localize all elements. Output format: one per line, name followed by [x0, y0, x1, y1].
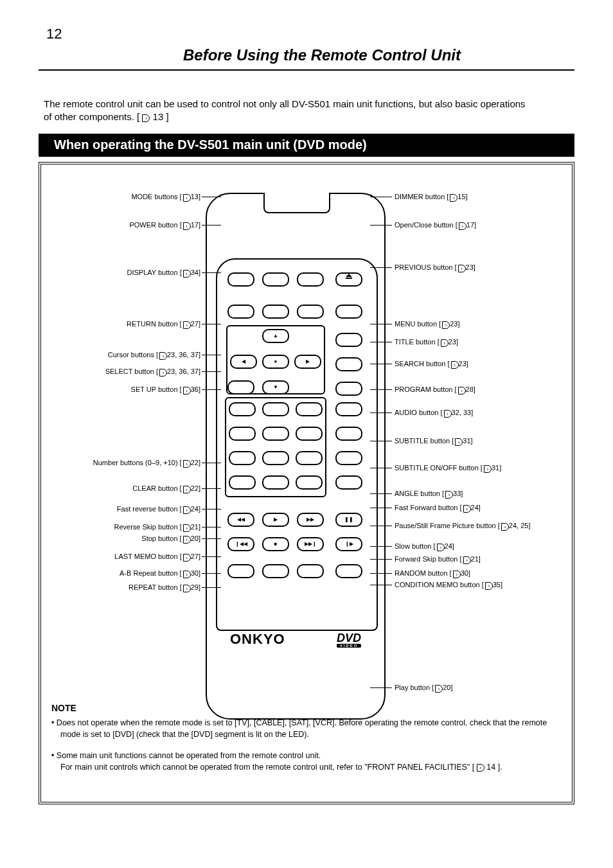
- pageref-icon: ›: [501, 523, 509, 531]
- pageref-icon: ›: [183, 270, 191, 278]
- label-pause: Pause/Still Frame Picture button [›24, 2…: [395, 522, 531, 530]
- subtitle-onoff-btn: [335, 475, 362, 490]
- intro-line1: The remote control unit can be used to c…: [44, 98, 526, 109]
- subtitle-btn: [335, 451, 362, 465]
- leader-title: [370, 342, 392, 342]
- num-5: [262, 427, 289, 441]
- fast-rev-btn: ◀◀: [227, 513, 254, 527]
- label-ffwd: Fast Forward button [›24]: [395, 504, 481, 512]
- label-lastm: LAST MEMO button [›27]: [114, 553, 200, 561]
- stop-btn: ■: [262, 537, 289, 551]
- clear-btn: [296, 475, 323, 490]
- pageref-icon: ›: [435, 685, 443, 693]
- pageref-icon: ›: [437, 544, 445, 551]
- leader-num: [202, 463, 221, 463]
- intro-line2-suffix: ]: [166, 111, 168, 122]
- leader-stop: [202, 538, 221, 539]
- num-1: [229, 402, 256, 416]
- intro-text: The remote control unit can be used to c…: [44, 98, 571, 123]
- leader-aud: [370, 412, 392, 413]
- intro-line2-prefix: of other components. [: [44, 111, 139, 122]
- mode-btn-3: [297, 272, 324, 287]
- leader-sub2: [370, 468, 392, 468]
- open-close-btn: [335, 272, 362, 287]
- pageref-icon: ›: [484, 465, 492, 473]
- leader-rev: [202, 527, 221, 527]
- note-bullet-2a: • Some main unit functions cannot be ope…: [51, 750, 558, 761]
- leader-play: [370, 687, 392, 688]
- pageref-icon: ›: [183, 460, 191, 468]
- label-aud: AUDIO button [›32, 33]: [395, 409, 473, 417]
- pageref-icon: ›: [451, 361, 459, 369]
- note-bullet-2b-page: 14: [486, 763, 495, 772]
- label-menu: MENU button [›23]: [395, 320, 459, 328]
- mode-btn-2: [262, 272, 289, 287]
- leader-disp: [202, 272, 221, 273]
- cursor-select: ●: [262, 355, 289, 369]
- eject-icon: [346, 274, 352, 279]
- label-prog: PROGRAM button [›28]: [395, 385, 475, 394]
- pageref-icon: ›: [183, 321, 191, 329]
- label-open: Open/Close button [›17]: [395, 221, 476, 229]
- title-btn: [335, 357, 362, 371]
- leader-sel: [202, 371, 221, 372]
- note-bullet-2b: For main unit controls which cannot be o…: [60, 763, 474, 772]
- leader-ab: [202, 573, 221, 574]
- svg-marker-0: [346, 274, 352, 277]
- play-btn: ▶: [262, 513, 289, 527]
- leader-fskip: [370, 559, 392, 560]
- pageref-icon: ›: [183, 571, 191, 578]
- pageref-icon: ›: [142, 114, 150, 122]
- header-rule: [39, 69, 574, 71]
- pageref-icon: ›: [450, 194, 458, 202]
- leader-mode: [202, 197, 221, 197]
- mode-btn-1: [227, 272, 254, 287]
- leader-power: [202, 225, 221, 226]
- leader-menu: [370, 324, 392, 324]
- audio-btn: [335, 427, 362, 441]
- label-ab: A-B Repeat button [›30]: [120, 569, 200, 578]
- skip-fwd-btn: ▶▶❙: [297, 537, 324, 551]
- num-8: [262, 451, 289, 465]
- pageref-icon: ›: [445, 491, 453, 499]
- leader-ff: [202, 509, 221, 509]
- label-clear: CLEAR button [›22]: [132, 484, 200, 493]
- pageref-icon: ›: [458, 387, 466, 394]
- leader-rnd: [370, 573, 392, 574]
- leader-open: [370, 225, 392, 226]
- label-ret: RETURN button [›27]: [127, 320, 200, 328]
- num-plus10: [229, 475, 256, 490]
- leader-clear: [202, 488, 221, 489]
- leader-setup: [202, 389, 221, 390]
- leader-dim: [370, 197, 392, 197]
- label-ff: Fast reverse button [›24]: [117, 505, 200, 513]
- cursor-up: ▲: [262, 329, 289, 343]
- program-btn: [335, 402, 362, 416]
- label-slow: Slow button [›24]: [395, 542, 454, 551]
- label-power: POWER button [›17]: [129, 221, 200, 229]
- leader-ffwd: [370, 508, 392, 508]
- leader-sub: [370, 441, 392, 441]
- skip-rev-btn: ❙◀◀: [227, 537, 254, 551]
- label-sel: SELECT button [›23, 36, 37]: [105, 368, 200, 376]
- pause-btn: ❚❚: [335, 513, 362, 527]
- pageref-icon: ›: [458, 265, 466, 272]
- num-9: [296, 451, 323, 465]
- pageref-icon: ›: [183, 486, 191, 493]
- label-mode: MODE buttons [›13]: [131, 193, 200, 201]
- label-stop: Stop button [›20]: [141, 535, 200, 543]
- pageref-icon: ›: [183, 524, 191, 532]
- bottom-btn-4: [335, 564, 362, 578]
- num-4: [229, 427, 256, 441]
- pageref-icon: ›: [183, 222, 191, 230]
- remote-outline: ▲ ◀ ● ▶ ▼ ◀◀ ▶ ▶▶ ❚❚ ❙◀◀ ■ ▶▶❙ ❙▶ ONKYO …: [206, 193, 386, 720]
- menu-btn: [335, 333, 362, 347]
- row2-btn-4: [335, 305, 362, 319]
- pageref-icon: ›: [183, 194, 191, 202]
- label-rev: Reverse Skip button [›21]: [114, 523, 200, 531]
- label-rnd: RANDOM button [›30]: [395, 569, 470, 578]
- pageref-icon: ›: [477, 764, 484, 772]
- dvd-logo-sub: VIDEO: [337, 644, 361, 648]
- pageref-icon: ›: [183, 585, 191, 592]
- label-prev: PREVIOUS button [›23]: [395, 263, 475, 272]
